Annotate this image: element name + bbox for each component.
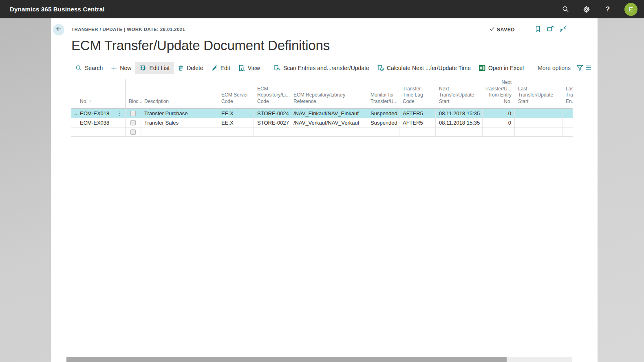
toolbar-edit-button[interactable]: Edit <box>207 62 234 74</box>
plus-icon <box>111 65 117 71</box>
user-avatar[interactable]: E <box>624 3 637 16</box>
toolbar-view-button[interactable]: View <box>234 62 264 74</box>
cell-next-start[interactable]: 08.11.2018 15:35 <box>436 118 483 127</box>
toolbar-delete-button[interactable]: Delete <box>174 62 207 74</box>
cell-repository-reference[interactable] <box>290 127 367 136</box>
cell-monitor[interactable] <box>367 127 399 136</box>
toolbar-edit-list-button[interactable]: Edit List <box>135 62 174 74</box>
cell-row-menu[interactable]: ⋮ <box>113 109 126 118</box>
column-header-no[interactable]: No.↑ <box>71 79 113 108</box>
breadcrumb[interactable]: TRANSFER / UPDATE | WORK DATE: 28.01.202… <box>71 27 185 32</box>
toolbar-scan-entries-label: Scan Entries and...ransfer/Update <box>283 65 369 71</box>
horizontal-scrollbar-thumb[interactable] <box>66 357 507 362</box>
table-header-row: No.↑ Bloc... Description ECM Server Code… <box>71 79 573 109</box>
column-header-description[interactable]: Description <box>141 79 218 108</box>
toolbar-open-in-excel-label: Open in Excel <box>488 65 524 71</box>
cell-blocked[interactable] <box>126 127 141 136</box>
cell-next-from-entry[interactable]: 0 <box>483 109 515 118</box>
table-row[interactable]: ECM-EX038 Transfer Sales EE.X STORE-0027… <box>71 118 573 127</box>
cell-blocked[interactable] <box>126 109 141 118</box>
cell-no[interactable] <box>71 127 113 136</box>
blocked-checkbox[interactable] <box>130 129 136 135</box>
toolbar-scan-entries-button[interactable]: Scan Entries and...ransfer/Update <box>270 62 373 74</box>
cell-last-end[interactable] <box>562 127 573 136</box>
cell-description[interactable]: Transfer Sales <box>141 118 218 127</box>
cell-row-menu[interactable] <box>113 118 126 127</box>
settings-button[interactable] <box>582 5 591 14</box>
cell-repository-reference[interactable]: /NAV_Verkauf/NAV_Verkauf <box>290 118 367 127</box>
back-arrow-icon <box>55 26 62 34</box>
horizontal-scrollbar-track[interactable] <box>66 357 572 362</box>
column-header-server-code[interactable]: ECM Server Code <box>218 79 254 108</box>
toolbar-edit-label: Edit <box>221 65 230 71</box>
cell-description[interactable]: Transfer Purchase <box>141 109 218 118</box>
column-header-no-label: No. <box>80 99 88 104</box>
bookmark-button[interactable] <box>533 26 542 34</box>
search-icon <box>75 65 82 71</box>
column-header-blocked[interactable]: Bloc... <box>126 79 141 108</box>
toolbar-search-button[interactable]: Search <box>71 62 107 74</box>
column-header-last-start[interactable]: Last Transfer/Update Start <box>515 79 562 108</box>
scan-refresh-icon <box>274 65 280 71</box>
cell-last-end[interactable] <box>562 118 573 127</box>
top-navigation-bar: Dynamics 365 Business Central ? E <box>0 0 644 18</box>
toolbar-calculate-next-button[interactable]: Calculate Next ...fer/Update Time <box>373 62 475 74</box>
cell-time-lag[interactable] <box>399 127 436 136</box>
table-row[interactable]: → ECM-EX018 ⋮ Transfer Purchase EE.X STO… <box>71 109 573 118</box>
cell-server-code[interactable]: EE.X <box>218 118 254 127</box>
cell-next-start[interactable]: 08.11.2018 15:35 <box>436 109 483 118</box>
cell-next-from-entry[interactable]: 0 <box>483 118 515 127</box>
blocked-checkbox[interactable] <box>130 111 136 116</box>
cell-repository-code[interactable]: STORE-0024 <box>254 109 290 118</box>
cell-time-lag[interactable]: AFTER5 <box>399 109 436 118</box>
back-button[interactable] <box>53 24 64 35</box>
cell-no-value: ECM-EX038 <box>80 120 109 126</box>
cell-last-start[interactable] <box>515 118 562 127</box>
trash-icon <box>178 65 184 71</box>
search-button[interactable] <box>561 5 570 14</box>
column-header-monitor[interactable]: Monitor for Transfer/U... <box>367 79 399 108</box>
popout-icon <box>547 26 554 34</box>
collapse-button[interactable] <box>558 26 567 34</box>
column-header-next-from-entry[interactable]: Next Transfer/U... from Entry No. <box>483 79 515 108</box>
cell-last-end[interactable] <box>562 109 573 118</box>
cell-next-from-entry[interactable] <box>483 127 515 136</box>
blocked-checkbox[interactable] <box>130 120 136 125</box>
toolbar-view-label: View <box>248 65 260 71</box>
cell-time-lag[interactable]: AFTER5 <box>399 118 436 127</box>
cell-blocked[interactable] <box>126 118 141 127</box>
cell-repository-code[interactable]: STORE-0027 <box>254 118 290 127</box>
cell-no[interactable]: ECM-EX038 <box>71 118 113 127</box>
column-header-time-lag[interactable]: Transfer Time Lag Code <box>399 79 436 108</box>
cell-last-start[interactable] <box>515 109 562 118</box>
cell-row-menu[interactable] <box>113 127 126 136</box>
column-header-repository-reference[interactable]: ECM Repository/Library Reference <box>290 79 367 108</box>
open-in-new-window-button[interactable] <box>546 26 555 34</box>
cell-repository-reference[interactable]: /NAV_Einkauf/NAV_Einkauf <box>290 109 367 118</box>
column-header-repository-code[interactable]: ECM Repository/Li... Code <box>254 79 290 108</box>
selected-row-arrow-icon: → <box>71 110 80 116</box>
cell-description[interactable] <box>141 127 218 136</box>
action-toolbar: Search New Edit List Delete Edit <box>71 61 573 75</box>
choose-view-button[interactable] <box>585 63 592 73</box>
toolbar-open-in-excel-button[interactable]: Open in Excel <box>475 62 528 74</box>
cell-last-start[interactable] <box>515 127 562 136</box>
view-document-icon <box>238 65 245 71</box>
list-lines-icon <box>585 64 592 72</box>
cell-repository-code[interactable] <box>254 127 290 136</box>
cell-next-start[interactable] <box>436 127 483 136</box>
cell-monitor[interactable]: Suspended <box>367 118 399 127</box>
topbar-actions: ? E <box>561 3 637 16</box>
column-header-next-start[interactable]: Next Transfer/Update Start <box>436 79 483 108</box>
cell-server-code[interactable] <box>218 127 254 136</box>
toolbar-new-button[interactable]: New <box>107 62 135 74</box>
toolbar-more-options-button[interactable]: More options <box>534 62 575 74</box>
cell-server-code[interactable]: EE.X <box>218 109 254 118</box>
cell-monitor[interactable]: Suspended <box>367 109 399 118</box>
column-header-last-end[interactable]: Las... Tra... En... <box>562 79 573 108</box>
help-button[interactable]: ? <box>603 5 612 14</box>
cell-no[interactable]: → ECM-EX018 <box>71 109 113 118</box>
table-row-empty[interactable] <box>71 127 573 137</box>
filter-button[interactable] <box>576 63 583 73</box>
app-brand[interactable]: Dynamics 365 Business Central <box>10 6 105 13</box>
